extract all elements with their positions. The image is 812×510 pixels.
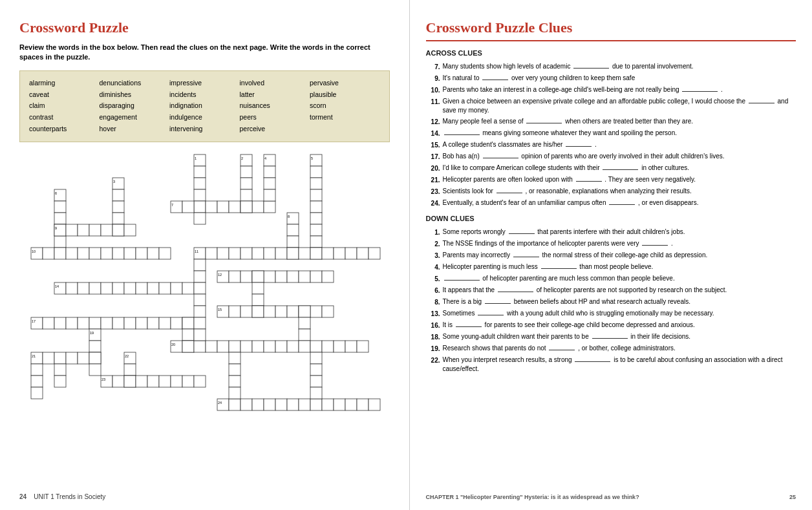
word: impressive: [169, 78, 240, 89]
right-page: Crossword Puzzle Clues ACROSS CLUES 7. M…: [410, 0, 813, 510]
svg-rect-220: [310, 352, 322, 364]
svg-rect-86: [310, 248, 322, 259]
across-clues-title: ACROSS CLUES: [426, 49, 796, 57]
svg-rect-131: [299, 306, 310, 317]
svg-rect-180: [89, 352, 101, 364]
word: plausible: [310, 89, 380, 101]
right-page-footer: CHAPTER 1 "Helicopter Parenting" Hysteri…: [426, 494, 796, 500]
svg-rect-168: [299, 341, 310, 352]
svg-rect-97: [264, 271, 275, 282]
clue-item: 15. A college student's classmates are h…: [426, 140, 796, 150]
svg-rect-147: [171, 317, 182, 329]
svg-text:7: 7: [171, 203, 173, 207]
svg-rect-164: [252, 341, 264, 352]
word-grid: alarming caveat claim contrast counterpa…: [29, 78, 380, 135]
word-col-5: pervasive plausible scorn torment: [310, 78, 380, 135]
svg-rect-216: [229, 352, 240, 364]
svg-rect-172: [345, 341, 357, 352]
svg-rect-59: [101, 224, 112, 236]
svg-rect-192: [171, 376, 182, 387]
svg-rect-119: [182, 282, 194, 294]
clue-item: 5. of helicopter parenting are much less…: [426, 274, 796, 284]
word: latter: [240, 89, 310, 101]
word: intervening: [169, 123, 240, 135]
svg-rect-35: [310, 236, 322, 248]
svg-rect-222: [310, 376, 322, 387]
svg-text:2: 2: [241, 156, 243, 160]
svg-rect-85: [299, 248, 310, 259]
svg-rect-46: [54, 213, 66, 224]
svg-rect-210: [31, 364, 43, 376]
svg-rect-150: [182, 329, 194, 341]
svg-rect-200: [264, 399, 275, 410]
svg-rect-52: [287, 236, 299, 248]
svg-rect-91: [369, 248, 380, 259]
svg-rect-125: [264, 306, 275, 317]
clue-item: 16. It is for parents to see their colle…: [426, 321, 796, 330]
word: peers: [240, 112, 310, 123]
svg-rect-198: [240, 399, 252, 410]
svg-text:14: 14: [55, 284, 59, 288]
word-col-3: impressive incidents indignation indulge…: [169, 78, 240, 135]
word: claim: [29, 100, 100, 112]
svg-rect-226: [194, 282, 206, 294]
svg-rect-26: [240, 201, 252, 213]
clue-item: 8. There is a big between beliefs about …: [426, 297, 796, 307]
svg-rect-178: [66, 352, 78, 364]
svg-rect-61: [124, 224, 136, 236]
clue-item: 11. Given a choice between an expensive …: [426, 97, 796, 115]
clue-item: 4. Helicopter parenting is much less tha…: [426, 262, 796, 272]
book: Crossword Puzzle Review the words in the…: [0, 0, 812, 510]
svg-rect-191: [159, 376, 171, 387]
svg-rect-110: [78, 282, 89, 294]
svg-rect-205: [322, 399, 334, 410]
svg-rect-14: [252, 201, 264, 213]
svg-rect-149: [182, 317, 194, 329]
svg-text:17: 17: [32, 319, 36, 323]
svg-rect-18: [264, 166, 275, 178]
crossword-svg: .cell { fill: white; stroke: #333; strok…: [19, 151, 381, 416]
instructions: Review the words in the box below. Then …: [19, 43, 390, 63]
svg-rect-169: [310, 341, 322, 352]
svg-rect-105: [252, 294, 264, 306]
svg-rect-77: [206, 248, 217, 259]
svg-rect-115: [136, 282, 147, 294]
svg-rect-154: [89, 341, 101, 352]
svg-rect-166: [275, 341, 287, 352]
svg-rect-211: [31, 376, 43, 387]
left-page-footer: 24 UNIT 1 Trends in Society: [19, 493, 390, 500]
svg-rect-51: [287, 224, 299, 236]
svg-text:1: 1: [195, 156, 197, 160]
svg-text:4: 4: [264, 156, 266, 160]
clue-item: 12. Many people feel a sense of when oth…: [426, 117, 796, 127]
clue-item: 3. Parents may incorrectly the normal st…: [426, 251, 796, 260]
word-col-1: alarming caveat claim contrast counterpa…: [29, 78, 100, 135]
svg-rect-113: [112, 282, 124, 294]
svg-rect-103: [252, 271, 264, 282]
svg-rect-84: [287, 248, 299, 259]
svg-rect-223: [310, 387, 322, 399]
word: involved: [240, 78, 310, 89]
svg-rect-4: [194, 189, 206, 201]
svg-rect-160: [206, 341, 217, 352]
svg-rect-114: [124, 282, 136, 294]
word: incidents: [169, 89, 240, 101]
svg-rect-212: [31, 387, 43, 399]
svg-rect-143: [124, 317, 136, 329]
word: engagement: [100, 112, 170, 123]
svg-rect-78: [217, 248, 229, 259]
svg-rect-39: [112, 189, 124, 201]
svg-rect-179: [78, 352, 89, 364]
svg-rect-117: [159, 282, 171, 294]
svg-rect-90: [357, 248, 369, 259]
svg-rect-138: [66, 317, 78, 329]
svg-text:23: 23: [102, 377, 105, 381]
clue-item: 23. Scientists look for , or reasonable,…: [426, 187, 796, 197]
svg-rect-132: [299, 317, 310, 329]
svg-rect-227: [194, 294, 206, 306]
clue-item: 1. Some reports wrongly that parents int…: [426, 228, 796, 237]
svg-rect-64: [43, 248, 54, 259]
clue-item: 20. I'd like to compare American college…: [426, 164, 796, 173]
svg-rect-177: [54, 352, 66, 364]
svg-rect-94: [229, 271, 240, 282]
